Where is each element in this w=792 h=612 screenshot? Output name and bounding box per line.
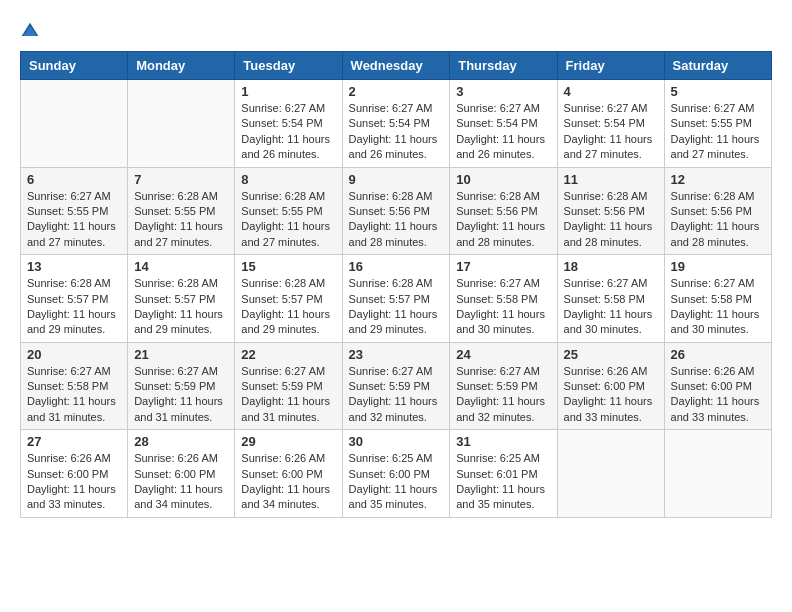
sunset-text: Sunset: 5:59 PM [456, 380, 537, 392]
calendar-cell [557, 430, 664, 518]
calendar-cell: 2Sunrise: 6:27 AMSunset: 5:54 PMDaylight… [342, 80, 450, 168]
sunrise-text: Sunrise: 6:27 AM [456, 277, 540, 289]
sunrise-text: Sunrise: 6:26 AM [564, 365, 648, 377]
calendar-cell: 9Sunrise: 6:28 AMSunset: 5:56 PMDaylight… [342, 167, 450, 255]
sunrise-text: Sunrise: 6:27 AM [241, 102, 325, 114]
calendar-cell: 23Sunrise: 6:27 AMSunset: 5:59 PMDayligh… [342, 342, 450, 430]
daylight-text: Daylight: 11 hours and 31 minutes. [134, 395, 223, 422]
day-info: Sunrise: 6:28 AMSunset: 5:57 PMDaylight:… [134, 276, 228, 338]
day-info: Sunrise: 6:25 AMSunset: 6:01 PMDaylight:… [456, 451, 550, 513]
day-number: 15 [241, 259, 335, 274]
day-number: 31 [456, 434, 550, 449]
daylight-text: Daylight: 11 hours and 28 minutes. [671, 220, 760, 247]
daylight-text: Daylight: 11 hours and 33 minutes. [564, 395, 653, 422]
sunset-text: Sunset: 6:00 PM [349, 468, 430, 480]
sunset-text: Sunset: 5:54 PM [564, 117, 645, 129]
sunrise-text: Sunrise: 6:25 AM [456, 452, 540, 464]
weekday-header-tuesday: Tuesday [235, 52, 342, 80]
day-info: Sunrise: 6:27 AMSunset: 5:54 PMDaylight:… [241, 101, 335, 163]
day-info: Sunrise: 6:26 AMSunset: 6:00 PMDaylight:… [671, 364, 765, 426]
day-number: 8 [241, 172, 335, 187]
day-number: 7 [134, 172, 228, 187]
daylight-text: Daylight: 11 hours and 29 minutes. [27, 308, 116, 335]
day-info: Sunrise: 6:28 AMSunset: 5:57 PMDaylight:… [27, 276, 121, 338]
daylight-text: Daylight: 11 hours and 27 minutes. [564, 133, 653, 160]
calendar-cell: 20Sunrise: 6:27 AMSunset: 5:58 PMDayligh… [21, 342, 128, 430]
sunset-text: Sunset: 5:57 PM [241, 293, 322, 305]
calendar-cell: 15Sunrise: 6:28 AMSunset: 5:57 PMDayligh… [235, 255, 342, 343]
calendar-cell: 12Sunrise: 6:28 AMSunset: 5:56 PMDayligh… [664, 167, 771, 255]
day-number: 1 [241, 84, 335, 99]
sunset-text: Sunset: 5:59 PM [134, 380, 215, 392]
daylight-text: Daylight: 11 hours and 32 minutes. [456, 395, 545, 422]
sunrise-text: Sunrise: 6:27 AM [564, 102, 648, 114]
calendar-week-row: 27Sunrise: 6:26 AMSunset: 6:00 PMDayligh… [21, 430, 772, 518]
calendar-cell: 18Sunrise: 6:27 AMSunset: 5:58 PMDayligh… [557, 255, 664, 343]
sunset-text: Sunset: 5:56 PM [456, 205, 537, 217]
calendar-cell: 5Sunrise: 6:27 AMSunset: 5:55 PMDaylight… [664, 80, 771, 168]
sunrise-text: Sunrise: 6:26 AM [134, 452, 218, 464]
calendar-cell [21, 80, 128, 168]
day-number: 25 [564, 347, 658, 362]
calendar-cell: 26Sunrise: 6:26 AMSunset: 6:00 PMDayligh… [664, 342, 771, 430]
daylight-text: Daylight: 11 hours and 28 minutes. [349, 220, 438, 247]
sunrise-text: Sunrise: 6:28 AM [349, 277, 433, 289]
daylight-text: Daylight: 11 hours and 27 minutes. [134, 220, 223, 247]
sunrise-text: Sunrise: 6:26 AM [241, 452, 325, 464]
day-info: Sunrise: 6:27 AMSunset: 5:55 PMDaylight:… [671, 101, 765, 163]
day-number: 4 [564, 84, 658, 99]
sunrise-text: Sunrise: 6:28 AM [456, 190, 540, 202]
day-number: 24 [456, 347, 550, 362]
calendar-cell: 11Sunrise: 6:28 AMSunset: 5:56 PMDayligh… [557, 167, 664, 255]
day-number: 21 [134, 347, 228, 362]
day-info: Sunrise: 6:27 AMSunset: 5:54 PMDaylight:… [349, 101, 444, 163]
calendar-cell [128, 80, 235, 168]
sunrise-text: Sunrise: 6:27 AM [456, 102, 540, 114]
weekday-header-friday: Friday [557, 52, 664, 80]
daylight-text: Daylight: 11 hours and 33 minutes. [27, 483, 116, 510]
sunrise-text: Sunrise: 6:28 AM [134, 277, 218, 289]
sunrise-text: Sunrise: 6:28 AM [564, 190, 648, 202]
day-number: 28 [134, 434, 228, 449]
day-info: Sunrise: 6:27 AMSunset: 5:59 PMDaylight:… [349, 364, 444, 426]
day-info: Sunrise: 6:28 AMSunset: 5:56 PMDaylight:… [456, 189, 550, 251]
calendar-cell: 7Sunrise: 6:28 AMSunset: 5:55 PMDaylight… [128, 167, 235, 255]
day-number: 2 [349, 84, 444, 99]
sunset-text: Sunset: 5:57 PM [349, 293, 430, 305]
sunrise-text: Sunrise: 6:27 AM [671, 277, 755, 289]
day-info: Sunrise: 6:27 AMSunset: 5:59 PMDaylight:… [241, 364, 335, 426]
sunset-text: Sunset: 5:57 PM [27, 293, 108, 305]
day-info: Sunrise: 6:27 AMSunset: 5:59 PMDaylight:… [134, 364, 228, 426]
calendar-cell: 24Sunrise: 6:27 AMSunset: 5:59 PMDayligh… [450, 342, 557, 430]
day-number: 11 [564, 172, 658, 187]
sunset-text: Sunset: 5:56 PM [671, 205, 752, 217]
day-number: 23 [349, 347, 444, 362]
day-info: Sunrise: 6:26 AMSunset: 6:00 PMDaylight:… [241, 451, 335, 513]
sunrise-text: Sunrise: 6:26 AM [27, 452, 111, 464]
day-info: Sunrise: 6:27 AMSunset: 5:55 PMDaylight:… [27, 189, 121, 251]
day-info: Sunrise: 6:26 AMSunset: 6:00 PMDaylight:… [564, 364, 658, 426]
sunrise-text: Sunrise: 6:27 AM [27, 190, 111, 202]
calendar-cell: 25Sunrise: 6:26 AMSunset: 6:00 PMDayligh… [557, 342, 664, 430]
sunrise-text: Sunrise: 6:27 AM [349, 365, 433, 377]
day-number: 18 [564, 259, 658, 274]
sunset-text: Sunset: 5:58 PM [671, 293, 752, 305]
daylight-text: Daylight: 11 hours and 28 minutes. [456, 220, 545, 247]
sunset-text: Sunset: 5:58 PM [27, 380, 108, 392]
weekday-header-wednesday: Wednesday [342, 52, 450, 80]
sunset-text: Sunset: 5:55 PM [241, 205, 322, 217]
calendar-cell: 31Sunrise: 6:25 AMSunset: 6:01 PMDayligh… [450, 430, 557, 518]
day-number: 5 [671, 84, 765, 99]
day-number: 19 [671, 259, 765, 274]
day-number: 9 [349, 172, 444, 187]
sunrise-text: Sunrise: 6:28 AM [241, 277, 325, 289]
day-info: Sunrise: 6:27 AMSunset: 5:58 PMDaylight:… [27, 364, 121, 426]
sunset-text: Sunset: 5:54 PM [456, 117, 537, 129]
day-info: Sunrise: 6:28 AMSunset: 5:56 PMDaylight:… [671, 189, 765, 251]
calendar-week-row: 13Sunrise: 6:28 AMSunset: 5:57 PMDayligh… [21, 255, 772, 343]
day-info: Sunrise: 6:28 AMSunset: 5:57 PMDaylight:… [349, 276, 444, 338]
sunset-text: Sunset: 5:56 PM [349, 205, 430, 217]
sunset-text: Sunset: 5:55 PM [134, 205, 215, 217]
calendar-table: SundayMondayTuesdayWednesdayThursdayFrid… [20, 51, 772, 518]
day-number: 22 [241, 347, 335, 362]
